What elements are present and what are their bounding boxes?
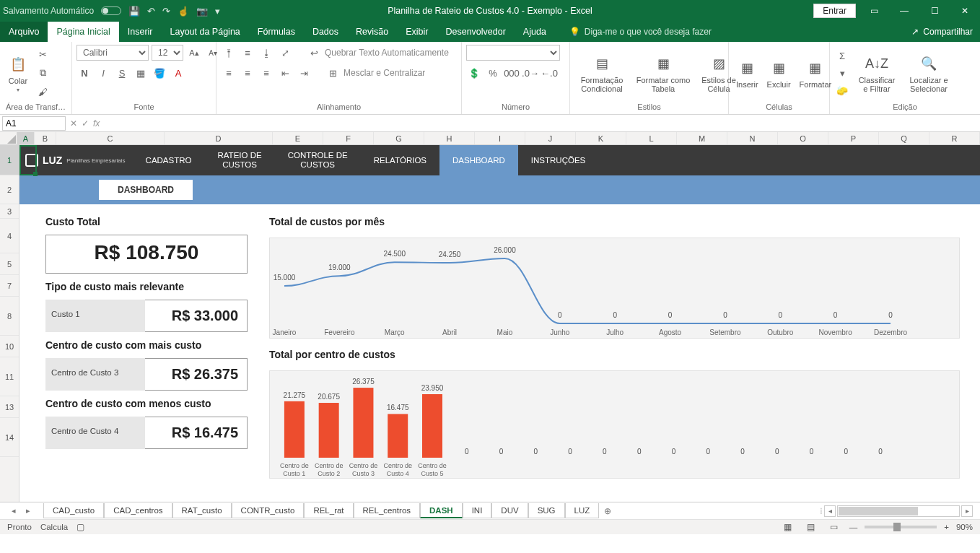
column-header[interactable]: I <box>475 132 525 144</box>
align-top-icon[interactable]: ⭱ <box>221 45 237 61</box>
column-header[interactable]: F <box>323 132 374 144</box>
tab-developer[interactable]: Desenvolvedor <box>437 22 514 42</box>
sheet-tab-REL_centros[interactable]: REL_centros <box>354 503 420 518</box>
decrease-indent-icon[interactable]: ⇤ <box>277 65 293 81</box>
copy-icon[interactable]: ⧉ <box>35 65 51 81</box>
font-name-combo[interactable]: Calibri <box>76 45 149 61</box>
sheet-tab-INI[interactable]: INI <box>463 503 492 518</box>
delete-cells-button[interactable]: ▦Excluir <box>764 57 794 89</box>
prev-sheet-icon[interactable]: ▸ <box>22 506 35 515</box>
navitem-rateio-de-custos[interactable]: RATEIO DECUSTOS <box>205 145 275 175</box>
zoom-level[interactable]: 90% <box>956 523 973 531</box>
row-header[interactable]: 8 <box>0 297 19 336</box>
normal-view-icon[interactable]: ▦ <box>780 522 796 532</box>
cut-icon[interactable]: ✂ <box>35 46 51 62</box>
tab-file[interactable]: Arquivo <box>0 22 48 42</box>
underline-icon[interactable]: S <box>114 65 130 81</box>
row-header[interactable]: 13 <box>0 396 19 418</box>
percent-icon[interactable]: % <box>485 65 501 81</box>
enter-formula-icon[interactable]: ✓ <box>82 118 89 129</box>
sheet-tab-LUZ[interactable]: LUZ <box>565 503 600 518</box>
column-header[interactable]: P <box>828 132 879 144</box>
paste-button[interactable]: 📋 Colar▾ <box>4 53 32 93</box>
row-header[interactable]: 1 <box>0 145 19 175</box>
customize-qat-icon[interactable]: ▾ <box>215 6 220 17</box>
column-header[interactable]: L <box>626 132 677 144</box>
save-icon[interactable]: 💾 <box>128 6 140 17</box>
navitem-dashboard[interactable]: DASHBOARD <box>439 145 518 175</box>
increase-decimal-icon[interactable]: .0→ <box>522 65 538 81</box>
font-size-combo[interactable]: 12 <box>152 45 183 61</box>
row-header[interactable]: 3 <box>0 204 19 219</box>
column-header[interactable]: A <box>17 132 35 144</box>
navitem-relatórios[interactable]: RELATÓRIOS <box>361 145 439 175</box>
column-header[interactable]: K <box>576 132 626 144</box>
tab-review[interactable]: Revisão <box>347 22 397 42</box>
align-center-icon[interactable]: ≡ <box>240 65 255 81</box>
number-format-combo[interactable] <box>466 45 560 61</box>
sheet-tab-CONTR_custo[interactable]: CONTR_custo <box>232 503 305 518</box>
tab-view[interactable]: Exibir <box>397 22 437 42</box>
name-box[interactable] <box>2 116 66 131</box>
increase-font-icon[interactable]: A▴ <box>186 45 202 61</box>
row-header[interactable]: 4 <box>0 219 19 253</box>
column-header[interactable]: C <box>56 132 165 144</box>
select-all-corner[interactable] <box>0 132 17 144</box>
column-header[interactable]: O <box>778 132 828 144</box>
autosum-icon[interactable]: Σ <box>834 48 850 64</box>
ribbon-display-options-icon[interactable]: ▭ <box>862 6 886 16</box>
add-sheet-button[interactable]: ⊕ <box>600 506 615 516</box>
row-header[interactable]: 11 <box>0 357 19 396</box>
cell-area[interactable]: LUZ Planilhas Empresariais CADASTRORATEI… <box>19 145 980 502</box>
hscroll-left[interactable]: ◂ <box>824 505 836 517</box>
row-header[interactable]: 10 <box>0 336 19 357</box>
hscroll-track[interactable] <box>837 505 960 517</box>
cancel-formula-icon[interactable]: ✕ <box>70 118 77 129</box>
orientation-icon[interactable]: ⤢ <box>277 45 293 61</box>
fill-color-icon[interactable]: 🪣 <box>152 65 167 81</box>
insert-cells-button[interactable]: ▦Inserir <box>733 57 761 89</box>
tab-data[interactable]: Dados <box>304 22 347 42</box>
row-header[interactable]: 2 <box>0 175 19 204</box>
undo-icon[interactable]: ↶ <box>147 6 155 17</box>
close-icon[interactable]: ✕ <box>953 6 977 16</box>
italic-icon[interactable]: I <box>95 65 111 81</box>
tell-me[interactable]: 💡Diga-me o que você deseja fazer <box>569 22 712 42</box>
row-header[interactable]: 5 <box>0 253 19 275</box>
merge-center-button[interactable]: Mesclar e Centralizar <box>344 68 425 78</box>
find-select-button[interactable]: 🔍Localizar e Selecionar <box>904 53 954 93</box>
sheet-tab-CAD_centros[interactable]: CAD_centros <box>104 503 172 518</box>
page-break-view-icon[interactable]: ▭ <box>826 522 842 532</box>
sort-filter-button[interactable]: A↓ZClassificar e Filtrar <box>853 53 901 93</box>
currency-icon[interactable]: 💲 <box>466 65 482 81</box>
redo-icon[interactable]: ↷ <box>162 6 170 17</box>
tab-help[interactable]: Ajuda <box>515 22 555 42</box>
column-header[interactable]: M <box>677 132 727 144</box>
sheet-tab-SUG[interactable]: SUG <box>528 503 565 518</box>
format-cells-button[interactable]: ▦Formatar <box>797 57 835 89</box>
borders-icon[interactable]: ▦ <box>133 65 149 81</box>
clear-icon[interactable]: 🧽 <box>834 82 850 98</box>
thousand-icon[interactable]: 000 <box>504 65 520 81</box>
column-header[interactable]: E <box>273 132 323 144</box>
touch-icon[interactable]: ☝ <box>178 6 189 17</box>
hscroll-thumb[interactable] <box>839 507 918 515</box>
tab-insert[interactable]: Inserir <box>119 22 162 42</box>
format-painter-icon[interactable]: 🖌 <box>35 84 51 100</box>
column-header[interactable]: G <box>374 132 424 144</box>
row-header[interactable]: 14 <box>0 418 19 457</box>
align-left-icon[interactable]: ≡ <box>221 65 237 81</box>
row-header[interactable]: 7 <box>0 275 19 297</box>
share-button[interactable]: ↗Compartilhar <box>904 22 980 42</box>
column-header[interactable]: N <box>727 132 778 144</box>
bold-icon[interactable]: N <box>76 65 92 81</box>
navitem-controle-de-custos[interactable]: CONTROLE DECUSTOS <box>275 145 361 175</box>
font-color-icon[interactable]: A <box>170 65 186 81</box>
column-header[interactable]: Q <box>879 132 929 144</box>
autosave-toggle[interactable] <box>101 6 121 15</box>
signin-button[interactable]: Entrar <box>813 4 856 18</box>
increase-indent-icon[interactable]: ⇥ <box>296 65 312 81</box>
macro-record-icon[interactable]: ▢ <box>76 522 84 532</box>
column-header[interactable]: R <box>929 132 980 144</box>
column-header[interactable]: D <box>165 132 273 144</box>
